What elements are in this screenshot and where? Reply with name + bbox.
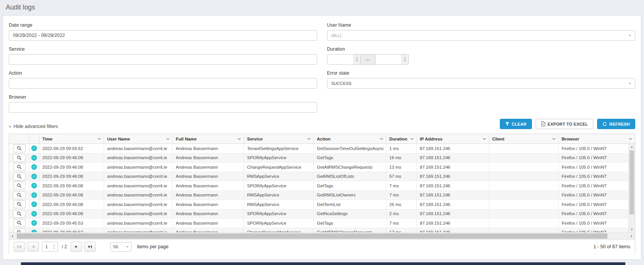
page-number-spinner[interactable]: ∧ ∨ <box>51 242 58 251</box>
cell-full-name: Andreas Bassermann <box>173 228 244 233</box>
horizontal-scrollbar-thumb[interactable] <box>17 233 607 239</box>
row-detail-button[interactable] <box>13 144 26 152</box>
action-label: Action <box>9 70 317 76</box>
filters-section: Date range User Name (ALL) ∨ Service Dur… <box>9 22 635 113</box>
cell-browser: Firefox / 105.0 / WinNT <box>559 172 635 181</box>
cell-time: 2022-09-29 09:46:08 <box>39 153 104 163</box>
cell-client <box>489 153 559 163</box>
action-input[interactable] <box>9 78 317 89</box>
page-number-stepper: ∧ ∨ <box>42 242 58 252</box>
page-title: Audit logs <box>6 3 35 11</box>
row-detail-button[interactable] <box>13 163 26 171</box>
previous-page-button[interactable]: ◀ <box>27 242 39 252</box>
last-page-button[interactable]: ▶ <box>84 242 96 252</box>
vertical-scrollbar-thumb[interactable] <box>630 150 634 214</box>
column-menu-chevron-down-icon[interactable] <box>238 138 241 140</box>
clear-button-label: CLEAR <box>512 122 527 126</box>
previous-page-icon: ◀ <box>32 245 34 248</box>
row-detail-button[interactable] <box>13 154 26 162</box>
pager: ◀ ◀ ∧ ∨ / 2 ▶ ▶ 50 ∨ ite <box>9 239 635 254</box>
column-header[interactable]: Action <box>314 134 386 144</box>
export-to-excel-button[interactable]: EXPORT TO EXCEL <box>536 119 593 129</box>
cell-full-name: Andreas Bassermann <box>173 181 244 190</box>
row-detail-button[interactable] <box>13 191 26 199</box>
check-icon: ✓ <box>33 193 36 197</box>
browser-input[interactable] <box>9 102 317 113</box>
cell-browser: Firefox / 105.0 / WinNT <box>559 191 635 200</box>
duration-field: Duration ∧ ∨ --- ∧ ∨ <box>327 46 636 65</box>
cell-duration: 7 ms <box>386 191 417 200</box>
page-number-input[interactable] <box>42 242 51 251</box>
column-header[interactable]: Service <box>244 134 314 144</box>
column-header[interactable]: Time <box>39 134 104 144</box>
hide-advanced-filters-link[interactable]: ∧ Hide advanced filters <box>9 124 58 129</box>
column-header[interactable]: Browser <box>559 134 635 144</box>
column-menu-chevron-down-icon[interactable] <box>410 138 414 140</box>
duration-min-spinner[interactable]: ∧ ∨ <box>353 54 360 64</box>
user-name-select[interactable]: (ALL) ∨ <box>327 30 636 41</box>
column-menu-chevron-down-icon[interactable] <box>629 138 632 140</box>
date-range-input[interactable] <box>9 30 317 41</box>
cell-time: 2022-09-29 09:46:08 <box>39 172 104 181</box>
cell-client <box>489 219 559 228</box>
error-state-select[interactable]: SUCCESS ∨ <box>327 78 636 89</box>
row-detail-button[interactable] <box>13 182 26 190</box>
row-detail-button[interactable] <box>13 172 26 180</box>
clear-button[interactable]: CLEAR <box>500 119 532 129</box>
cell-duration: 1 ms <box>386 144 417 153</box>
search-icon <box>17 230 22 232</box>
spinner-up-icon: ∧ <box>53 244 55 247</box>
column-header[interactable]: IP Address <box>417 134 489 144</box>
search-icon <box>17 155 22 160</box>
export-to-excel-button-label: EXPORT TO EXCEL <box>548 122 588 126</box>
search-icon <box>17 146 22 151</box>
next-page-button[interactable]: ▶ <box>71 242 82 252</box>
refresh-button[interactable]: REFRESH <box>597 119 635 129</box>
chevron-up-icon: ∧ <box>9 125 11 128</box>
column-menu-chevron-down-icon[interactable] <box>380 138 383 140</box>
row-detail-button[interactable] <box>13 219 26 227</box>
cell-action: GetTermList <box>314 200 386 209</box>
column-menu-chevron-down-icon[interactable] <box>307 138 311 140</box>
column-header[interactable]: Duration <box>386 134 417 144</box>
refresh-button-label: REFRESH <box>609 122 630 126</box>
cell-duration: 16 ms <box>386 153 417 163</box>
column-menu-chevron-down-icon[interactable] <box>166 138 170 140</box>
scroll-left-icon[interactable]: ‹ <box>9 233 16 239</box>
error-state-field: Error state SUCCESS ∨ <box>327 70 636 89</box>
column-menu-chevron-down-icon[interactable] <box>483 138 486 140</box>
vertical-scrollbar[interactable]: ∧ ∨ <box>628 144 635 232</box>
items-per-page-select[interactable]: 50 ∨ <box>110 242 132 252</box>
scroll-down-icon[interactable]: ∨ <box>629 226 635 232</box>
cell-duration: 2 ms <box>386 209 417 219</box>
horizontal-scrollbar[interactable]: ‹ › <box>9 232 635 239</box>
cell-ip-address: 87.169.151.246 <box>417 228 489 233</box>
row-detail-button[interactable] <box>13 200 26 208</box>
filter-icon <box>505 122 509 126</box>
column-header[interactable]: Client <box>489 134 559 144</box>
table-row: ✓ 2022-09-29 09:55:52 andreas.bassermann… <box>9 144 635 153</box>
audit-logs-panel: Date range User Name (ALL) ∨ Service Dur… <box>3 15 641 260</box>
row-detail-button[interactable] <box>13 228 26 232</box>
cell-browser: Firefox / 105.0 / WinNT <box>559 144 635 153</box>
search-icon <box>17 174 22 179</box>
check-icon: ✓ <box>33 212 36 216</box>
column-header[interactable]: User Name <box>104 134 173 144</box>
scroll-up-icon[interactable]: ∧ <box>629 144 635 150</box>
toolbar-row: ∧ Hide advanced filters CLEAR EXPORT TO … <box>9 119 635 129</box>
column-header[interactable]: Full Name <box>173 134 244 144</box>
cell-action: GetRMSListOwners <box>314 191 386 200</box>
cell-full-name: Andreas Bassermann <box>173 172 244 181</box>
horizontal-scrollbar-track[interactable] <box>16 233 628 239</box>
duration-max-spinner[interactable]: ∧ ∨ <box>401 54 408 64</box>
scroll-right-icon[interactable]: › <box>628 233 635 239</box>
column-menu-chevron-down-icon[interactable] <box>98 138 101 140</box>
detail-column-header <box>9 134 29 144</box>
row-detail-button[interactable] <box>13 210 26 218</box>
action-field: Action <box>9 70 317 89</box>
column-menu-chevron-down-icon[interactable] <box>552 138 556 140</box>
check-icon: ✓ <box>33 231 36 232</box>
success-status-icon: ✓ <box>31 230 37 232</box>
first-page-button[interactable]: ◀ <box>14 242 25 252</box>
service-input[interactable] <box>9 54 317 65</box>
